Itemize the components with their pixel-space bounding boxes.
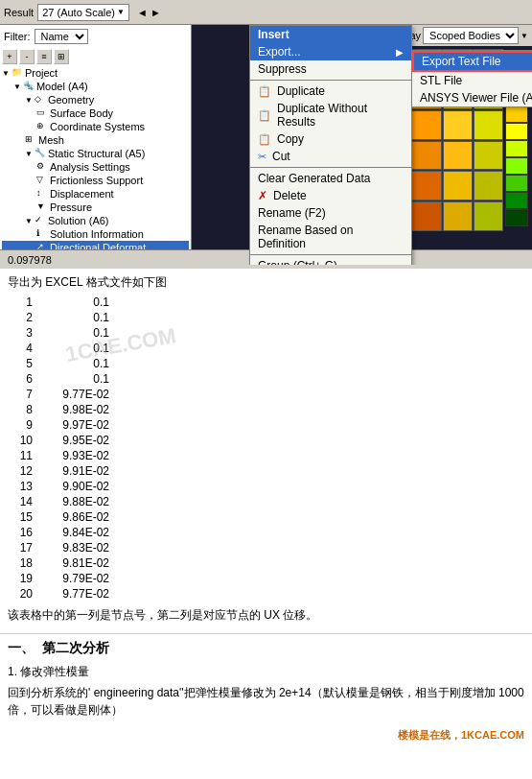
tree-item-model[interactable]: ▼ 🔩 Model (A4) bbox=[2, 80, 189, 93]
tree-item-mesh[interactable]: ⊞ Mesh bbox=[2, 133, 189, 147]
export-text-label: Export Text File bbox=[422, 55, 500, 68]
row-num: 19 bbox=[12, 571, 40, 586]
menu-item-copy[interactable]: 📋 Copy bbox=[250, 130, 411, 148]
row-value: 9.91E-02 bbox=[40, 463, 117, 479]
data-table: 10.120.130.140.150.160.179.77E-0289.98E-… bbox=[12, 295, 117, 602]
expand-icon: ▼ bbox=[2, 69, 10, 78]
row-num: 15 bbox=[12, 509, 40, 525]
clear-label: Clear Generated Data bbox=[258, 172, 370, 185]
displacement-label: Displacement bbox=[50, 188, 114, 200]
export-text-file-item[interactable]: Export Text File bbox=[412, 51, 532, 72]
menu-item-dup-no-results[interactable]: 📋 Duplicate Without Results bbox=[250, 100, 411, 130]
row-value: 9.81E-02 bbox=[40, 555, 117, 571]
group-label: Group (Ctrl+ G) bbox=[258, 259, 337, 265]
tree-item-surface-body[interactable]: ▭ Surface Body bbox=[2, 106, 189, 120]
collapse-icon-btn[interactable]: - bbox=[19, 49, 35, 64]
menu-item-suppress[interactable]: Suppress bbox=[250, 60, 411, 78]
project-label: Project bbox=[25, 67, 58, 79]
table-row: 189.81E-02 bbox=[12, 555, 117, 571]
delete-icon: ✗ bbox=[258, 189, 267, 202]
colorbar-cell bbox=[505, 209, 528, 226]
row-value: 0.1 bbox=[40, 341, 117, 356]
table-row: 169.84E-02 bbox=[12, 525, 117, 540]
menu-item-clear[interactable]: Clear Generated Data bbox=[250, 170, 411, 187]
scoped-bodies-dropdown[interactable]: Scoped Bodies bbox=[423, 27, 519, 44]
sub-heading: 1. 修改弹性模量 bbox=[8, 663, 524, 680]
row-num: 9 bbox=[12, 417, 40, 433]
menu-item-rename[interactable]: Rename (F2) bbox=[250, 204, 411, 222]
tree-icon-3[interactable]: ≡ bbox=[36, 49, 52, 64]
fem-cell bbox=[443, 171, 473, 201]
solution-icon: ✓ bbox=[35, 215, 46, 226]
export-stl-item[interactable]: STL File bbox=[412, 72, 532, 89]
tree-item-static-struct[interactable]: ▼ 🔧 Static Structural (A5) bbox=[2, 147, 189, 160]
tree-item-geometry[interactable]: ▼ ◇ Geometry bbox=[2, 93, 189, 106]
menu-item-group[interactable]: Group (Ctrl+ G) bbox=[250, 257, 411, 265]
analysis-content: 回到分析系统的' engineering data''把弹性模量修改为 2e+1… bbox=[8, 684, 524, 719]
pressure-icon: ▼ bbox=[36, 201, 48, 213]
toolbar: Result 27 (Auto Scale) ▼ ◄ ► bbox=[0, 0, 532, 25]
fem-cell bbox=[411, 110, 441, 140]
tree-item-analysis-settings[interactable]: ⚙ Analysis Settings bbox=[2, 160, 189, 174]
tree-item-project[interactable]: ▼ 📁 Project bbox=[2, 66, 189, 80]
struct-label: Static Structural (A5) bbox=[48, 148, 145, 159]
table-container: 1CAE.COM 10.120.130.140.150.160.179.77E-… bbox=[8, 295, 524, 602]
menu-separator-2 bbox=[250, 167, 411, 168]
filter-dropdown[interactable]: Name bbox=[35, 29, 88, 44]
tree-icon-4[interactable]: ⊞ bbox=[54, 49, 69, 64]
menu-item-cut[interactable]: ✂ Cut bbox=[250, 148, 411, 165]
row-num: 5 bbox=[12, 356, 40, 371]
row-num: 3 bbox=[12, 325, 40, 341]
dup-no-results-label: Duplicate Without Results bbox=[277, 102, 404, 129]
table-row: 60.1 bbox=[12, 371, 117, 387]
tree-item-pressure[interactable]: ▼ Pressure bbox=[2, 201, 189, 214]
menu-item-duplicate[interactable]: 📋 Duplicate bbox=[250, 83, 411, 100]
tree-item-frictionless[interactable]: ▽ Frictionless Support bbox=[2, 174, 189, 187]
submenu-arrow-icon: ▶ bbox=[396, 47, 404, 58]
pressure-label: Pressure bbox=[50, 201, 92, 213]
menu-separator-3 bbox=[250, 254, 411, 255]
menu-separator bbox=[250, 80, 411, 81]
tree-item-coord-sys[interactable]: ⊕ Coordinate Systems bbox=[2, 120, 189, 133]
fem-cell bbox=[411, 171, 441, 201]
tree-item-displacement[interactable]: ↕ Displacement bbox=[2, 187, 189, 201]
expand-icon: ▼ bbox=[25, 217, 33, 225]
tree-item-solution[interactable]: ▼ ✓ Solution (A6) bbox=[2, 214, 189, 227]
struct-icon: 🔧 bbox=[35, 148, 46, 159]
filter-label: Filter: bbox=[4, 31, 31, 42]
duplicate-label: Duplicate bbox=[277, 84, 325, 98]
expand-icon: ▼ bbox=[25, 96, 33, 105]
copy-label: Copy bbox=[277, 132, 304, 146]
row-value: 0.1 bbox=[40, 356, 117, 371]
export-label: Export... bbox=[258, 45, 301, 59]
tree-icon-bar: + - ≡ ⊞ bbox=[2, 49, 189, 64]
menu-item-export[interactable]: Export... ▶ bbox=[250, 43, 411, 60]
table-row: 50.1 bbox=[12, 356, 117, 371]
analysis-heading: 一、 第二次分析 bbox=[8, 640, 524, 657]
fem-cell bbox=[411, 201, 441, 231]
row-num: 1 bbox=[12, 295, 40, 310]
colorbar-cell bbox=[505, 192, 528, 209]
copy-icon: 📋 bbox=[258, 133, 271, 146]
row-num: 10 bbox=[12, 433, 40, 448]
tree-item-solution-info[interactable]: ℹ Solution Information bbox=[2, 227, 189, 241]
menu-item-delete[interactable]: ✗ Delete bbox=[250, 187, 411, 204]
row-value: 9.77E-02 bbox=[40, 586, 117, 602]
geometry-icon: ◇ bbox=[35, 94, 46, 106]
expand-icon-btn[interactable]: + bbox=[2, 49, 17, 64]
export-avz-item[interactable]: ANSYS Viewer File (AVZ) bbox=[412, 89, 532, 106]
mesh-label: Mesh bbox=[38, 134, 64, 146]
row-num: 12 bbox=[12, 463, 40, 479]
menu-item-rename-def[interactable]: Rename Based on Definition bbox=[250, 222, 411, 252]
avz-label: ANSYS Viewer File (AVZ) bbox=[420, 91, 532, 105]
scale-dropdown[interactable]: 27 (Auto Scale) ▼ bbox=[37, 4, 129, 21]
filter-row: Filter: Name bbox=[2, 27, 189, 46]
row-num: 18 bbox=[12, 555, 40, 571]
colorbar-cell bbox=[505, 175, 528, 192]
suppress-label: Suppress bbox=[258, 62, 307, 76]
table-description: 该表格中的第一列是节点号，第二列是对应节点的 UX 位移。 bbox=[8, 607, 524, 624]
row-num: 7 bbox=[12, 387, 40, 402]
colorbar-cell bbox=[505, 157, 528, 175]
analysis-title: 第二次分析 bbox=[42, 640, 109, 657]
chevron-down-icon: ▼ bbox=[117, 8, 125, 16]
